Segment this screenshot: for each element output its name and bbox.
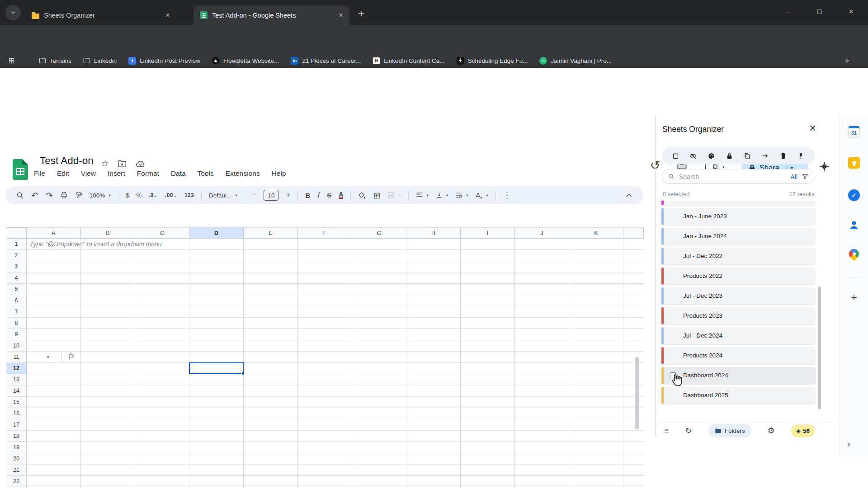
row-header-5[interactable]: 5	[6, 284, 27, 295]
row-header-2[interactable]: 2	[6, 250, 27, 261]
font-dropdown-icon[interactable]: ▾	[235, 193, 237, 197]
filter-funnel-icon[interactable]	[802, 174, 808, 180]
cloud-status-icon[interactable]	[136, 160, 146, 168]
browser-tab-2[interactable]: Test Add-on - Google Sheets×	[193, 5, 349, 25]
row-header-21[interactable]: 21	[6, 465, 27, 476]
row-header-18[interactable]: 18	[6, 431, 27, 442]
move-to-folder-icon[interactable]	[118, 160, 127, 168]
italic-button[interactable]: I	[317, 191, 320, 199]
row-header-3[interactable]: 3	[6, 261, 27, 272]
column-header-G[interactable]: G	[352, 227, 406, 239]
star-document-icon[interactable]: ☆	[101, 158, 109, 169]
bookmark-7[interactable]: Scheduling Edge Fu...	[457, 57, 528, 65]
eye-off-icon[interactable]	[689, 153, 698, 160]
text-wrap-button[interactable]	[455, 192, 462, 198]
new-tab-button[interactable]: +	[358, 7, 364, 20]
row-header-4[interactable]: 4	[6, 272, 27, 284]
horizontal-align-button[interactable]	[416, 192, 423, 198]
window-close-button[interactable]: ×	[849, 8, 853, 16]
vertical-scrollbar[interactable]	[635, 357, 639, 429]
keep-rail-icon[interactable]	[848, 157, 860, 169]
menu-file[interactable]: File	[28, 168, 51, 179]
vertical-align-dropdown-icon[interactable]: ▾	[446, 193, 448, 197]
footer-menu-icon[interactable]: ≡	[664, 426, 669, 436]
more-options-icon[interactable]: ⋮	[503, 191, 511, 200]
browser-tab-1[interactable]: Sheets Organizer×	[25, 5, 176, 25]
decrease-font-size-button[interactable]: −	[252, 191, 257, 200]
bookmark-6[interactable]: NLinkedIn Content Ca...	[373, 57, 444, 65]
list-item-2[interactable]: Jan - June 2024	[661, 228, 816, 245]
palette-icon[interactable]	[707, 153, 716, 160]
column-header-J[interactable]: J	[515, 227, 569, 239]
number-format-button[interactable]: 123	[184, 192, 194, 198]
list-item-7[interactable]: Jul - Dec 2024	[661, 327, 816, 344]
collapse-panel-chevron[interactable]: ›	[847, 438, 850, 449]
row-header-11[interactable]: 11	[6, 352, 27, 363]
column-header-F[interactable]: F	[298, 227, 352, 239]
row-header-14[interactable]: 14	[6, 385, 27, 397]
panel-close-icon[interactable]: ×	[809, 121, 816, 135]
arrow-right-icon[interactable]	[761, 153, 770, 159]
organizer-list-scrollbar[interactable]	[818, 286, 821, 409]
bookmark-3[interactable]: LinkedIn Post Preview	[128, 57, 200, 65]
folders-button[interactable]: Folders	[708, 424, 751, 437]
window-maximize-button[interactable]: □	[817, 8, 822, 16]
vertical-align-button[interactable]	[436, 192, 443, 199]
list-item-1[interactable]: Jan - June 2023	[661, 208, 816, 225]
row-header-16[interactable]: 16	[6, 408, 27, 419]
menu-format[interactable]: Format	[131, 168, 165, 179]
row-header-22[interactable]: 22	[6, 476, 27, 487]
trash-icon[interactable]	[778, 153, 788, 160]
fill-color-button[interactable]	[358, 192, 366, 199]
bookmarks-overflow-icon[interactable]: »	[845, 56, 849, 65]
row-header-1[interactable]: 1	[6, 239, 27, 250]
pin-icon[interactable]	[797, 153, 806, 160]
horizontal-align-dropdown-icon[interactable]: ▾	[427, 193, 429, 197]
list-item-3[interactable]: Jul - Dec 2022	[661, 248, 816, 265]
column-header-E[interactable]: E	[244, 227, 298, 239]
row-header-15[interactable]: 15	[6, 397, 27, 408]
list-item-10[interactable]: Dashboard 2025	[661, 387, 816, 404]
row-header-20[interactable]: 20	[6, 453, 27, 465]
toolbar-search-icon[interactable]	[16, 192, 24, 199]
grid-cells[interactable]: Type "@Dropdown" to insert a dropdown me…	[27, 239, 644, 488]
menu-tools[interactable]: Tools	[192, 168, 220, 179]
increase-decimals-button[interactable]: .00→	[165, 192, 177, 198]
column-header-I[interactable]: I	[461, 227, 515, 239]
search-input[interactable]	[679, 173, 786, 180]
row-header-12[interactable]: 12	[6, 363, 27, 374]
row-header-17[interactable]: 17	[6, 419, 27, 431]
calendar-rail-icon[interactable]: 31	[848, 126, 860, 138]
row-header-13[interactable]: 13	[6, 374, 27, 385]
copy-icon[interactable]	[743, 153, 752, 160]
tasks-rail-icon[interactable]: ✓	[848, 189, 860, 201]
redo-icon[interactable]: ↷	[46, 190, 53, 201]
paint-format-icon[interactable]	[75, 192, 82, 199]
zoom-value[interactable]: 100%	[90, 192, 105, 199]
decrease-decimals-button[interactable]: .0←	[149, 192, 158, 198]
borders-button[interactable]: ⊞	[373, 190, 380, 201]
bookmark-5[interactable]: in21 Pieces of Career...	[291, 57, 361, 65]
menu-view[interactable]: View	[75, 168, 102, 179]
list-item-9[interactable]: Dashboard 2024	[661, 367, 816, 384]
row-header-8[interactable]: 8	[6, 318, 27, 329]
bookmark-4[interactable]: FlowBetta Website...	[212, 57, 279, 65]
row-header-6[interactable]: 6	[6, 295, 27, 306]
tab-search-button[interactable]	[5, 5, 21, 20]
gemini-sparkle-icon[interactable]	[818, 160, 830, 173]
font-size-input[interactable]: 10	[264, 190, 278, 201]
column-header-C[interactable]: C	[135, 227, 189, 239]
strikethrough-button[interactable]: S	[327, 192, 331, 199]
fill-handle[interactable]	[241, 372, 245, 375]
menu-extensions[interactable]: Extensions	[220, 168, 266, 179]
apps-grid-icon[interactable]	[8, 57, 15, 64]
google-sheets-logo[interactable]	[13, 159, 28, 180]
list-item-8[interactable]: Products 2024	[661, 347, 816, 364]
zoom-dropdown-icon[interactable]: ▾	[108, 193, 110, 197]
column-header-H[interactable]: H	[406, 227, 461, 239]
list-item-4[interactable]: Products 2022	[661, 267, 816, 285]
undo-icon[interactable]: ↶	[31, 190, 38, 201]
bookmark-1[interactable]: Terrains	[39, 57, 71, 64]
maps-rail-icon[interactable]	[849, 249, 859, 259]
menu-edit[interactable]: Edit	[51, 168, 75, 179]
